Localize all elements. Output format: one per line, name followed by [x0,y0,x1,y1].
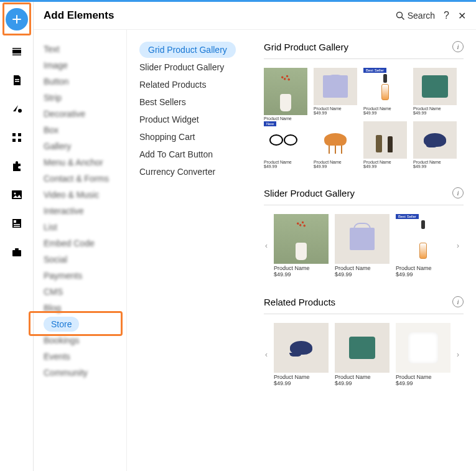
product-card[interactable]: Product Name$49.99 [413,121,457,169]
search-button[interactable]: Search [396,11,435,21]
section-icon[interactable] [9,44,24,59]
svg-rect-1 [12,48,21,49]
subtype-product-widget[interactable]: Product Widget [127,111,251,128]
category-item-decorative[interactable]: Decorative [34,106,126,122]
category-item-events[interactable]: Events [34,348,126,365]
svg-point-18 [396,12,402,17]
svg-rect-16 [12,250,21,256]
subtype-best-sellers[interactable]: Best Sellers [127,93,251,111]
svg-rect-15 [14,226,20,227]
category-item-cms[interactable]: CMS [34,284,126,300]
design-icon[interactable] [9,101,24,116]
slider-row[interactable]: ‹ Product Name$49.99Product Name$49.99Be… [264,214,464,277]
category-item-embed-code[interactable]: Embed Code [34,235,126,251]
chevron-left-icon[interactable]: ‹ [264,350,269,359]
product-card[interactable]: Product Name$49.99 [314,121,357,169]
svg-rect-13 [14,220,16,223]
product-card[interactable]: NewProduct Name$49.99 [264,121,307,169]
svg-rect-9 [18,139,21,142]
svg-point-5 [18,109,22,113]
section-title: Grid Product Gallery [264,42,452,52]
puzzle-icon[interactable] [9,159,24,174]
chevron-left-icon[interactable]: ‹ [264,241,269,250]
info-icon[interactable]: i [452,41,464,52]
app-shell: Add Elements Search ? ✕ TextImageButtonS… [0,0,476,471]
page-icon[interactable] [9,73,24,88]
category-item-bookings[interactable]: Bookings [34,332,126,348]
info-icon[interactable]: i [452,187,464,198]
subtype-slider-product-gallery[interactable]: Slider Product Gallery [127,58,251,76]
product-card[interactable]: Best SellerProduct Name$49.99 [363,68,407,115]
section-related-products: Related Products i ‹ Product Name$49.99P… [264,296,464,386]
subtype-related-products[interactable]: Related Products [127,76,251,93]
subtype-currency-converter[interactable]: Currency Converter [127,163,251,180]
category-item-blog[interactable]: Blog [34,300,126,316]
category-item-box[interactable]: Box [34,122,126,138]
left-icon-rail [0,2,34,471]
help-icon[interactable]: ? [444,10,449,21]
panel-header: Add Elements Search ? ✕ [34,2,476,30]
svg-rect-6 [12,133,16,136]
category-item-button[interactable]: Button [34,73,126,90]
svg-rect-0 [12,50,21,54]
business-icon[interactable] [9,245,24,259]
header-tools: Search ? ✕ [396,10,466,22]
svg-rect-2 [12,55,21,56]
chevron-right-icon[interactable]: › [455,241,460,250]
category-item-image[interactable]: Image [34,57,126,73]
media-icon[interactable] [9,187,24,202]
panel: Add Elements Search ? ✕ TextImageButtonS… [34,2,476,471]
product-card[interactable]: Product Name$49.99 [413,68,457,115]
section-slider-gallery: Slider Product Gallery i ‹ Product Name$… [264,187,464,277]
product-card[interactable]: Product Name$49.99 [363,121,407,169]
apps-icon[interactable] [9,130,24,145]
product-card[interactable]: Product Name$49.99 [335,323,390,386]
category-item-contact-forms[interactable]: Contact & Forms [34,170,126,187]
product-card[interactable]: Product Name$49.99 [264,68,307,115]
category-list: TextImageButtonStripDecorativeBoxGallery… [34,30,127,471]
related-row[interactable]: ‹ Product Name$49.99Product Name$49.99Pr… [264,323,464,386]
product-card[interactable]: Product Name$49.99 [274,323,329,386]
section-grid-gallery: Grid Product Gallery i Product Name$49.9… [264,41,464,169]
category-item-payments[interactable]: Payments [34,268,126,284]
section-title: Related Products [264,297,452,307]
category-item-list[interactable]: List [34,219,126,235]
product-card[interactable]: Product Name$49.99 [274,214,329,277]
panel-title: Add Elements [44,9,396,22]
category-item-store[interactable]: Store [34,316,126,332]
add-elements-icon[interactable] [6,8,28,30]
info-icon[interactable]: i [452,296,464,307]
svg-rect-14 [14,224,20,225]
subtype-list: Grid Product GallerySlider Product Galle… [127,30,251,471]
preview-col: Grid Product Gallery i Product Name$49.9… [251,30,476,471]
category-item-strip[interactable]: Strip [34,90,126,106]
grid-products[interactable]: Product Name$49.99Product Name$49.99Best… [264,68,464,169]
category-item-gallery[interactable]: Gallery [34,138,126,154]
close-icon[interactable]: ✕ [458,10,466,22]
category-item-social[interactable]: Social [34,251,126,268]
section-title: Slider Product Gallery [264,188,452,198]
product-card[interactable]: Product Name$49.99 [335,214,390,277]
svg-rect-4 [15,81,19,82]
svg-rect-3 [15,79,19,80]
subtype-shopping-cart[interactable]: Shopping Cart [127,128,251,146]
product-card[interactable]: Product Name$49.99 [314,68,357,115]
category-item-menu-anchor[interactable]: Menu & Anchor [34,154,126,170]
svg-rect-17 [15,248,19,250]
product-card[interactable]: Product Name$49.99 [396,323,450,386]
subtype-add-to-cart-button[interactable]: Add To Cart Button [127,146,251,163]
category-item-video-music[interactable]: Video & Music [34,187,126,203]
svg-rect-8 [12,139,16,142]
category-item-interactive[interactable]: Interactive [34,203,126,219]
product-card[interactable]: Best SellerProduct Name$49.99 [396,214,450,277]
category-item-text[interactable]: Text [34,41,126,57]
svg-point-11 [14,193,16,195]
svg-rect-7 [18,133,21,136]
panel-body: TextImageButtonStripDecorativeBoxGallery… [34,30,476,471]
category-item-community[interactable]: Community [34,365,126,381]
subtype-grid-product-gallery[interactable]: Grid Product Gallery [127,41,251,58]
data-icon[interactable] [9,216,24,231]
search-icon [396,11,405,21]
chevron-right-icon[interactable]: › [455,350,460,359]
